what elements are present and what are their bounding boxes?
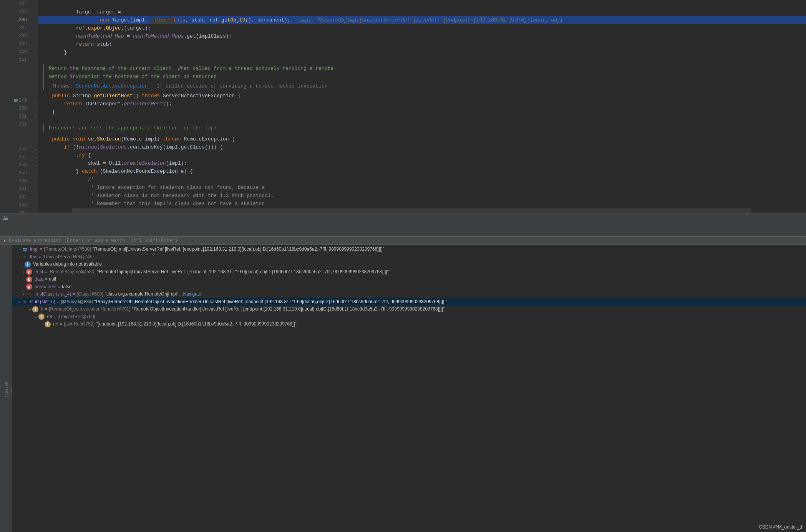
- javadoc-line: method invocation the hostname of the cl…: [49, 73, 806, 81]
- line-number: 264: [0, 210, 34, 213]
- line-number: 250: [0, 105, 34, 113]
- evaluate-expression-input[interactable]: [9, 238, 803, 243]
- expand-icon[interactable]: ›: [40, 321, 45, 328]
- variables-tree[interactable]: › ꝏ impl = {RemoteObjImpl@580} "RemoteOb…: [12, 245, 806, 532]
- dropdown-icon[interactable]: ▼: [3, 239, 6, 243]
- line-number: [0, 129, 34, 137]
- info-text: Variables debug info not available: [33, 261, 102, 268]
- variable-value: "class org.example.RemoteObjImpl": [105, 291, 179, 298]
- variable-row[interactable]: p permanent = false: [12, 283, 806, 291]
- variable-name: permanent: [35, 283, 56, 291]
- variable-row[interactable]: › ꝏ impl = {RemoteObjImpl@580} "RemoteOb…: [12, 246, 806, 253]
- settings-icon[interactable]: [3, 216, 8, 221]
- collapse-icon[interactable]: ⌄: [34, 313, 38, 321]
- line-number: 256: [0, 145, 34, 153]
- code-line: }: [38, 108, 806, 116]
- line-number: [0, 89, 34, 97]
- frames-sidebar[interactable]: server, server,: [0, 245, 12, 532]
- line-number: 236: [0, 16, 34, 24]
- expand-icon[interactable]: ›: [17, 253, 22, 261]
- variable-value: "RemoteObjImpl[UnicastServerRef [liveRef…: [93, 246, 384, 253]
- line-number: 249: [0, 97, 34, 105]
- collapse-icon[interactable]: ⌄: [17, 298, 22, 306]
- variables-panel[interactable]: server, server, › ꝏ impl = {RemoteObjImp…: [0, 245, 806, 532]
- javadoc-line: Discovers and sets the appropriate skele…: [49, 124, 806, 132]
- variable-row[interactable]: p data = null: [12, 276, 806, 283]
- line-number: [0, 64, 34, 73]
- code-editor[interactable]: 234 235 236 237 238 239 240 241 249 250 …: [0, 0, 806, 213]
- line-gutter: 234 235 236 237 238 239 240 241 249 250 …: [0, 0, 34, 213]
- svg-rect-3: [3, 220, 8, 220]
- variable-name: this: [30, 253, 37, 261]
- javadoc-link[interactable]: ServerNotActiveException: [76, 83, 148, 89]
- line-number: [0, 73, 34, 81]
- code-line: if (!withoutSkeletons.containsKey(impl.g…: [38, 143, 806, 151]
- code-line: * Remember that this impl's class does n…: [38, 200, 806, 208]
- code-line: return stub;: [38, 40, 806, 48]
- code-line-execution: new Target(impl, disp: this, stub, ref.g…: [38, 16, 806, 24]
- expand-icon[interactable]: ›: [17, 246, 22, 253]
- javadoc-line: Return the hostname of the current clien…: [49, 64, 806, 73]
- variable-row[interactable]: › f ref = {LiveRef@752} "[endpoint:[192.…: [12, 321, 806, 328]
- field-icon: f: [32, 306, 38, 312]
- code-line: } catch (SkeletonNotFoundException e) {: [38, 167, 806, 175]
- frame-label[interactable]: server,: [0, 382, 1, 398]
- code-line: [38, 0, 806, 8]
- variable-name: impl: [30, 246, 38, 253]
- code-line: public String getClientHost() throws Ser…: [38, 92, 806, 100]
- evaluate-expression-bar[interactable]: ▼: [0, 236, 806, 245]
- variable-value: "RemoteObjectInvocationHandler[UnicastRe…: [132, 306, 444, 313]
- navigate-link[interactable]: Navigate: [183, 291, 201, 298]
- line-number-text: 249: [18, 98, 27, 103]
- line-number: 237: [0, 24, 34, 32]
- code-line: Target target =: [38, 8, 806, 16]
- line-number: 239: [0, 40, 34, 48]
- variable-type: {RemoteObjImpl@580}: [44, 246, 91, 253]
- code-line: public void setSkeleton(Remote impl) thr…: [38, 135, 806, 143]
- javadoc-block: Return the hostname of the current clien…: [43, 64, 806, 90]
- collapse-icon[interactable]: ⌄: [28, 306, 32, 313]
- variable-row[interactable]: › ≡ implClass (slot_4) = {Class@508} "cl…: [12, 291, 806, 298]
- variable-row[interactable]: › ≡ this = {UnicastServerRef@745}: [12, 253, 806, 261]
- variable-row[interactable]: ⌄ f h = {RemoteObjectInvocationHandler@7…: [12, 306, 806, 313]
- expand-icon[interactable]: ›: [22, 291, 26, 298]
- code-content[interactable]: Target target = new Target(impl, disp: t…: [38, 0, 806, 213]
- method-override-icon[interactable]: [14, 98, 18, 103]
- variable-name: stub (slot_5): [30, 298, 55, 306]
- line-number: 261: [0, 185, 34, 193]
- horizontal-scrollbar[interactable]: [72, 208, 751, 213]
- variable-type: {$Proxy0@834}: [61, 298, 93, 306]
- code-line: /*: [38, 175, 806, 183]
- variable-row[interactable]: › p impl = {RemoteObjImpl@580} "RemoteOb…: [12, 268, 806, 276]
- line-number: 238: [0, 32, 34, 40]
- variable-name: h: [41, 306, 43, 313]
- variable-name: ref: [47, 313, 52, 321]
- line-number: 234: [0, 0, 34, 8]
- expand-icon[interactable]: ›: [22, 268, 26, 276]
- code-line: * Ignore exception for skeleton class no…: [38, 183, 806, 192]
- variable-type: {UnicastRef@760}: [58, 313, 96, 321]
- variable-name: impl: [35, 268, 43, 276]
- line-number: 257: [0, 153, 34, 161]
- variable-row[interactable]: ⌄ f ref = {UnicastRef@760}: [12, 313, 806, 321]
- javadoc-block: Discovers and sets the appropriate skele…: [43, 124, 806, 132]
- variable-value: "RemoteObjImpl[UnicastServerRef [liveRef…: [97, 268, 389, 276]
- line-number: 262: [0, 193, 34, 202]
- variable-type: {UnicastServerRef@745}: [42, 253, 94, 261]
- line-number: 251: [0, 113, 34, 121]
- frame-label[interactable]: server,: [4, 382, 8, 398]
- variable-row-selected[interactable]: ⌄ ≡ stub (slot_5) = {$Proxy0@834} "Proxy…: [12, 298, 806, 306]
- code-line: [38, 116, 806, 124]
- watermark: CSDN @M_onster_d: [759, 524, 802, 530]
- svg-point-5: [6, 218, 7, 219]
- slot-icon: ≡: [22, 299, 28, 305]
- variable-type: {Class@508}: [76, 291, 103, 298]
- field-icon: f: [45, 321, 51, 327]
- info-row: i Variables debug info not available: [12, 261, 806, 268]
- line-number: [0, 137, 34, 145]
- fold-column[interactable]: ⌃ ⌄⌃ ⌄⌄⌄ ⌃⌄: [34, 0, 38, 213]
- code-line: [38, 56, 806, 64]
- code-line: try {: [38, 151, 806, 159]
- field-icon: f: [38, 314, 45, 320]
- variable-type: {RemoteObjectInvocationHandler@791}: [48, 306, 131, 313]
